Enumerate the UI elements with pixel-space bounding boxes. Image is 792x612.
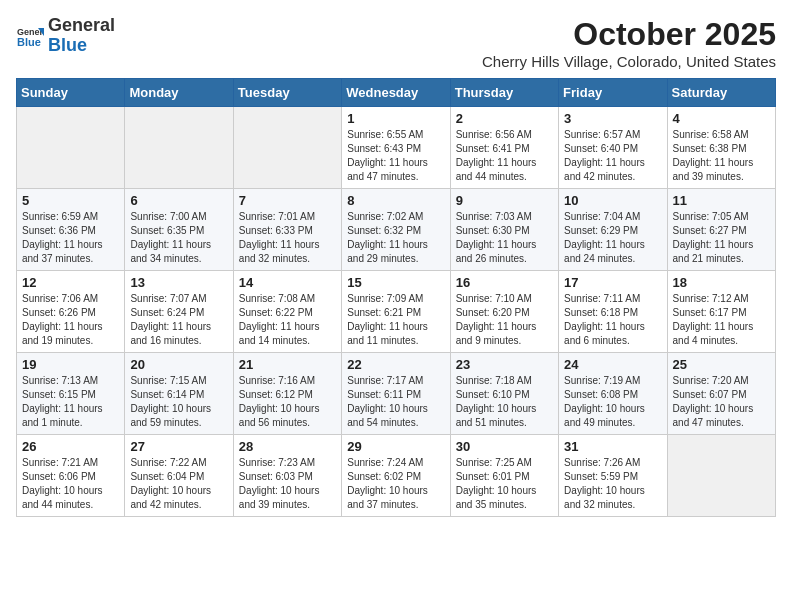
day-number: 19	[22, 357, 119, 372]
calendar-cell: 25Sunrise: 7:20 AM Sunset: 6:07 PM Dayli…	[667, 353, 775, 435]
day-number: 8	[347, 193, 444, 208]
day-info: Sunrise: 7:12 AM Sunset: 6:17 PM Dayligh…	[673, 292, 770, 348]
day-info: Sunrise: 7:15 AM Sunset: 6:14 PM Dayligh…	[130, 374, 227, 430]
calendar-cell: 22Sunrise: 7:17 AM Sunset: 6:11 PM Dayli…	[342, 353, 450, 435]
calendar-week-row: 19Sunrise: 7:13 AM Sunset: 6:15 PM Dayli…	[17, 353, 776, 435]
day-info: Sunrise: 7:04 AM Sunset: 6:29 PM Dayligh…	[564, 210, 661, 266]
calendar-cell: 5Sunrise: 6:59 AM Sunset: 6:36 PM Daylig…	[17, 189, 125, 271]
day-info: Sunrise: 7:01 AM Sunset: 6:33 PM Dayligh…	[239, 210, 336, 266]
day-number: 23	[456, 357, 553, 372]
day-number: 15	[347, 275, 444, 290]
calendar-cell: 30Sunrise: 7:25 AM Sunset: 6:01 PM Dayli…	[450, 435, 558, 517]
calendar-cell: 17Sunrise: 7:11 AM Sunset: 6:18 PM Dayli…	[559, 271, 667, 353]
day-number: 20	[130, 357, 227, 372]
weekday-header: Saturday	[667, 79, 775, 107]
day-info: Sunrise: 7:13 AM Sunset: 6:15 PM Dayligh…	[22, 374, 119, 430]
calendar-cell: 27Sunrise: 7:22 AM Sunset: 6:04 PM Dayli…	[125, 435, 233, 517]
calendar-table: SundayMondayTuesdayWednesdayThursdayFrid…	[16, 78, 776, 517]
calendar-cell: 11Sunrise: 7:05 AM Sunset: 6:27 PM Dayli…	[667, 189, 775, 271]
calendar-cell: 19Sunrise: 7:13 AM Sunset: 6:15 PM Dayli…	[17, 353, 125, 435]
calendar-cell: 13Sunrise: 7:07 AM Sunset: 6:24 PM Dayli…	[125, 271, 233, 353]
day-number: 26	[22, 439, 119, 454]
day-number: 29	[347, 439, 444, 454]
logo: General Blue General Blue	[16, 16, 115, 56]
title-block: October 2025 Cherry Hills Village, Color…	[482, 16, 776, 70]
calendar-cell: 10Sunrise: 7:04 AM Sunset: 6:29 PM Dayli…	[559, 189, 667, 271]
day-number: 9	[456, 193, 553, 208]
logo-general-text: General	[48, 15, 115, 35]
month-title: October 2025	[482, 16, 776, 53]
day-number: 21	[239, 357, 336, 372]
calendar-week-row: 5Sunrise: 6:59 AM Sunset: 6:36 PM Daylig…	[17, 189, 776, 271]
page-header: General Blue General Blue October 2025 C…	[16, 16, 776, 70]
calendar-cell: 9Sunrise: 7:03 AM Sunset: 6:30 PM Daylig…	[450, 189, 558, 271]
logo-blue-text: Blue	[48, 35, 87, 55]
calendar-cell: 3Sunrise: 6:57 AM Sunset: 6:40 PM Daylig…	[559, 107, 667, 189]
calendar-week-row: 26Sunrise: 7:21 AM Sunset: 6:06 PM Dayli…	[17, 435, 776, 517]
location-text: Cherry Hills Village, Colorado, United S…	[482, 53, 776, 70]
day-info: Sunrise: 7:03 AM Sunset: 6:30 PM Dayligh…	[456, 210, 553, 266]
day-info: Sunrise: 7:06 AM Sunset: 6:26 PM Dayligh…	[22, 292, 119, 348]
day-info: Sunrise: 7:22 AM Sunset: 6:04 PM Dayligh…	[130, 456, 227, 512]
calendar-cell: 29Sunrise: 7:24 AM Sunset: 6:02 PM Dayli…	[342, 435, 450, 517]
day-number: 28	[239, 439, 336, 454]
day-info: Sunrise: 7:05 AM Sunset: 6:27 PM Dayligh…	[673, 210, 770, 266]
weekday-header: Friday	[559, 79, 667, 107]
day-info: Sunrise: 7:02 AM Sunset: 6:32 PM Dayligh…	[347, 210, 444, 266]
calendar-cell: 31Sunrise: 7:26 AM Sunset: 5:59 PM Dayli…	[559, 435, 667, 517]
day-number: 10	[564, 193, 661, 208]
day-info: Sunrise: 7:25 AM Sunset: 6:01 PM Dayligh…	[456, 456, 553, 512]
day-info: Sunrise: 7:07 AM Sunset: 6:24 PM Dayligh…	[130, 292, 227, 348]
day-number: 1	[347, 111, 444, 126]
day-number: 31	[564, 439, 661, 454]
day-info: Sunrise: 7:24 AM Sunset: 6:02 PM Dayligh…	[347, 456, 444, 512]
day-info: Sunrise: 7:16 AM Sunset: 6:12 PM Dayligh…	[239, 374, 336, 430]
day-number: 24	[564, 357, 661, 372]
calendar-cell: 1Sunrise: 6:55 AM Sunset: 6:43 PM Daylig…	[342, 107, 450, 189]
day-info: Sunrise: 7:11 AM Sunset: 6:18 PM Dayligh…	[564, 292, 661, 348]
day-number: 14	[239, 275, 336, 290]
svg-text:Blue: Blue	[17, 36, 41, 48]
weekday-header: Thursday	[450, 79, 558, 107]
day-number: 2	[456, 111, 553, 126]
weekday-header-row: SundayMondayTuesdayWednesdayThursdayFrid…	[17, 79, 776, 107]
day-info: Sunrise: 6:55 AM Sunset: 6:43 PM Dayligh…	[347, 128, 444, 184]
calendar-cell: 20Sunrise: 7:15 AM Sunset: 6:14 PM Dayli…	[125, 353, 233, 435]
calendar-cell: 7Sunrise: 7:01 AM Sunset: 6:33 PM Daylig…	[233, 189, 341, 271]
day-number: 22	[347, 357, 444, 372]
calendar-cell: 12Sunrise: 7:06 AM Sunset: 6:26 PM Dayli…	[17, 271, 125, 353]
calendar-cell: 6Sunrise: 7:00 AM Sunset: 6:35 PM Daylig…	[125, 189, 233, 271]
day-number: 13	[130, 275, 227, 290]
day-number: 5	[22, 193, 119, 208]
day-info: Sunrise: 7:20 AM Sunset: 6:07 PM Dayligh…	[673, 374, 770, 430]
calendar-cell: 14Sunrise: 7:08 AM Sunset: 6:22 PM Dayli…	[233, 271, 341, 353]
day-number: 25	[673, 357, 770, 372]
logo-icon: General Blue	[16, 22, 44, 50]
calendar-week-row: 1Sunrise: 6:55 AM Sunset: 6:43 PM Daylig…	[17, 107, 776, 189]
calendar-cell: 16Sunrise: 7:10 AM Sunset: 6:20 PM Dayli…	[450, 271, 558, 353]
day-info: Sunrise: 7:10 AM Sunset: 6:20 PM Dayligh…	[456, 292, 553, 348]
calendar-cell: 2Sunrise: 6:56 AM Sunset: 6:41 PM Daylig…	[450, 107, 558, 189]
day-number: 30	[456, 439, 553, 454]
day-number: 17	[564, 275, 661, 290]
day-number: 4	[673, 111, 770, 126]
day-info: Sunrise: 6:57 AM Sunset: 6:40 PM Dayligh…	[564, 128, 661, 184]
calendar-cell	[233, 107, 341, 189]
day-info: Sunrise: 7:17 AM Sunset: 6:11 PM Dayligh…	[347, 374, 444, 430]
calendar-week-row: 12Sunrise: 7:06 AM Sunset: 6:26 PM Dayli…	[17, 271, 776, 353]
calendar-cell	[667, 435, 775, 517]
day-number: 16	[456, 275, 553, 290]
day-number: 12	[22, 275, 119, 290]
day-number: 7	[239, 193, 336, 208]
calendar-cell: 24Sunrise: 7:19 AM Sunset: 6:08 PM Dayli…	[559, 353, 667, 435]
day-info: Sunrise: 7:23 AM Sunset: 6:03 PM Dayligh…	[239, 456, 336, 512]
weekday-header: Sunday	[17, 79, 125, 107]
day-number: 11	[673, 193, 770, 208]
calendar-cell	[125, 107, 233, 189]
calendar-cell: 8Sunrise: 7:02 AM Sunset: 6:32 PM Daylig…	[342, 189, 450, 271]
day-info: Sunrise: 6:56 AM Sunset: 6:41 PM Dayligh…	[456, 128, 553, 184]
day-info: Sunrise: 7:21 AM Sunset: 6:06 PM Dayligh…	[22, 456, 119, 512]
calendar-cell: 26Sunrise: 7:21 AM Sunset: 6:06 PM Dayli…	[17, 435, 125, 517]
weekday-header: Wednesday	[342, 79, 450, 107]
day-info: Sunrise: 7:00 AM Sunset: 6:35 PM Dayligh…	[130, 210, 227, 266]
